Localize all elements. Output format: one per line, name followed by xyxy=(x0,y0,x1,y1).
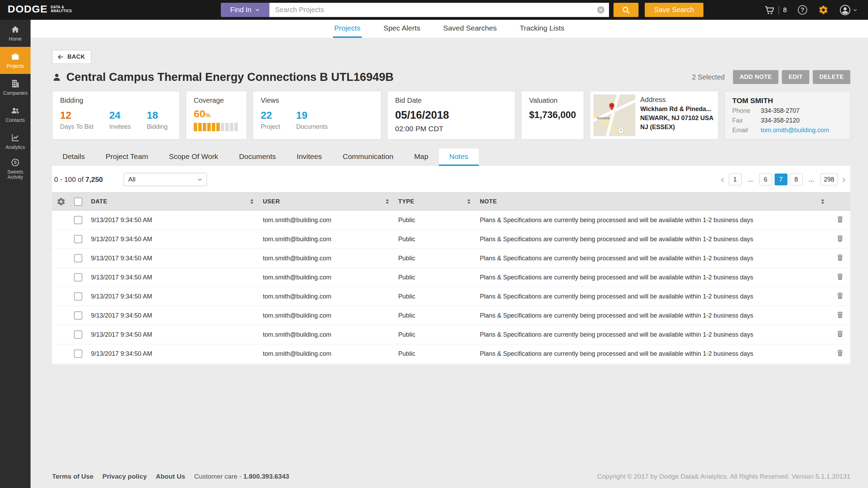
page-button-298[interactable]: 298 xyxy=(820,174,838,185)
cell-type: Public xyxy=(393,211,475,230)
tab-project-team[interactable]: Project Team xyxy=(95,149,158,166)
sidebar-item-contacts[interactable]: Contacts xyxy=(0,101,31,128)
tab-spec-alerts[interactable]: Spec Alerts xyxy=(382,20,422,38)
tab-notes[interactable]: Notes xyxy=(439,149,479,166)
sidebar-item-analytics[interactable]: Analytics xyxy=(0,128,31,155)
edit-button[interactable]: EDIT xyxy=(782,70,809,84)
row-checkbox[interactable] xyxy=(74,235,82,243)
about-link[interactable]: About Us xyxy=(156,473,185,480)
back-button[interactable]: BACK xyxy=(52,50,91,64)
delete-row-button[interactable] xyxy=(836,215,844,223)
sidebar: Home Projects Companies Contacts Analyti… xyxy=(0,20,31,488)
map-zoom-in-button[interactable]: + xyxy=(618,128,624,133)
page-button-7-active[interactable]: 7 xyxy=(775,174,787,185)
page-button-6[interactable]: 6 xyxy=(759,174,772,185)
tab-saved-searches[interactable]: Saved Searches xyxy=(442,20,498,38)
row-checkbox[interactable] xyxy=(74,273,82,281)
sort-header-type[interactable]: TYPE xyxy=(393,198,475,205)
cart-button[interactable]: 8 xyxy=(764,5,787,15)
help-icon[interactable]: ? xyxy=(798,5,807,15)
clear-search-icon[interactable]: ✕ xyxy=(597,6,604,14)
bid-date-value: 05/16/2018 xyxy=(395,109,507,121)
sidebar-item-projects[interactable]: Projects xyxy=(0,47,31,74)
tab-scope-of-work[interactable]: Scope Of Work xyxy=(158,149,228,166)
contact-email-link[interactable]: tom.smith@building.com xyxy=(761,127,829,134)
tab-details[interactable]: Details xyxy=(52,149,95,166)
tab-map[interactable]: Map xyxy=(404,149,439,166)
delete-row-button[interactable] xyxy=(836,349,844,357)
tab-documents[interactable]: Documents xyxy=(228,149,286,166)
page-ellipsis: ... xyxy=(805,174,818,185)
table-row: 9/13/2017 9:34:50 AM tom.smith@building.… xyxy=(52,325,850,344)
cell-type: Public xyxy=(393,268,475,287)
sidebar-item-sweets-activity[interactable]: S Sweets Activity xyxy=(0,155,31,182)
brand-tagline: DATA & ANALYTICS xyxy=(51,5,72,13)
building-icon xyxy=(11,79,20,88)
valuation-amount: $1,736,000 xyxy=(529,110,576,120)
tab-invitees[interactable]: Invitees xyxy=(286,149,332,166)
trash-icon xyxy=(836,349,844,357)
prev-page-button[interactable]: ‹ xyxy=(719,174,726,185)
terms-link[interactable]: Terms of Use xyxy=(52,473,93,480)
bidding-stat: 18 Bidding xyxy=(147,110,168,131)
cell-type: Public xyxy=(393,230,475,249)
cell-date: 9/13/2017 9:34:50 AM xyxy=(86,287,258,306)
save-search-button[interactable]: Save Search xyxy=(645,3,703,17)
sort-header-date[interactable]: DATE xyxy=(86,198,258,205)
select-all-checkbox[interactable] xyxy=(74,197,82,206)
cell-note: Plans & Specifications are currently bei… xyxy=(475,230,829,249)
user-menu-button[interactable] xyxy=(840,5,858,16)
filter-select[interactable]: All xyxy=(124,173,207,186)
page-button-8[interactable]: 8 xyxy=(790,174,803,185)
find-in-button[interactable]: Find In xyxy=(221,3,269,17)
settings-gear-button[interactable] xyxy=(818,5,828,15)
delete-row-button[interactable] xyxy=(836,253,844,261)
row-checkbox[interactable] xyxy=(74,350,82,358)
delete-button[interactable]: DELETE xyxy=(813,70,850,84)
bid-date-time: 02:00 PM CDT xyxy=(395,125,507,133)
main-content: BACK Central Campus Thermal Energy Conne… xyxy=(31,38,868,488)
contact-card: TOM SMITH Phone 334-358-2707 Fax 334-358… xyxy=(724,91,850,140)
chevron-down-icon xyxy=(197,177,202,182)
row-checkbox[interactable] xyxy=(74,311,82,320)
add-note-button[interactable]: ADD NOTE xyxy=(733,70,778,84)
global-search: Find In ✕ xyxy=(221,3,639,17)
tab-projects[interactable]: Projects xyxy=(333,20,362,38)
row-checkbox[interactable] xyxy=(74,292,82,301)
table-row: 9/13/2017 9:34:50 AM tom.smith@building.… xyxy=(52,211,850,230)
tab-communication[interactable]: Communication xyxy=(332,149,404,166)
search-button[interactable] xyxy=(614,3,639,17)
delete-row-button[interactable] xyxy=(836,311,844,319)
delete-row-button[interactable] xyxy=(836,292,844,300)
next-page-button[interactable]: › xyxy=(840,174,848,185)
valuation-card-title: Valuation xyxy=(529,96,576,104)
column-settings-button[interactable] xyxy=(52,197,70,206)
page-button-1[interactable]: 1 xyxy=(729,174,742,185)
address-line-3: NJ (ESSEX) xyxy=(640,124,713,131)
privacy-link[interactable]: Privacy policy xyxy=(102,473,147,480)
sort-header-user[interactable]: USER xyxy=(258,198,393,205)
sort-icon xyxy=(467,199,471,204)
sidebar-item-companies[interactable]: Companies xyxy=(0,74,31,101)
row-checkbox[interactable] xyxy=(74,216,82,224)
search-input[interactable] xyxy=(269,3,609,17)
sort-header-note[interactable]: NOTE xyxy=(475,198,829,205)
row-checkbox[interactable] xyxy=(74,330,82,339)
delete-row-button[interactable] xyxy=(836,272,844,280)
cell-type: Public xyxy=(393,325,475,344)
delete-row-button[interactable] xyxy=(836,330,844,338)
dodge-logo[interactable]: DODGE DATA & ANALYTICS xyxy=(8,4,72,14)
map-thumbnail[interactable]: Newark + xyxy=(593,94,635,136)
cell-date: 9/13/2017 9:34:50 AM xyxy=(86,230,258,249)
address-card: Newark + Address Wickham Rd & Pineda... … xyxy=(590,91,718,140)
magnifier-icon xyxy=(621,6,631,15)
contact-fax-row: Fax 334-358-2120 xyxy=(732,117,842,124)
coverage-bar xyxy=(194,123,239,131)
tab-tracking-lists[interactable]: Tracking Lists xyxy=(518,20,566,38)
cell-user: tom.smith@building.com xyxy=(258,230,393,249)
delete-row-button[interactable] xyxy=(836,234,844,242)
sweets-icon: S xyxy=(11,158,20,167)
sidebar-item-home[interactable]: Home xyxy=(0,20,31,47)
notes-table: DATE USER TYPE NOTE xyxy=(52,192,850,363)
row-checkbox[interactable] xyxy=(74,254,82,262)
